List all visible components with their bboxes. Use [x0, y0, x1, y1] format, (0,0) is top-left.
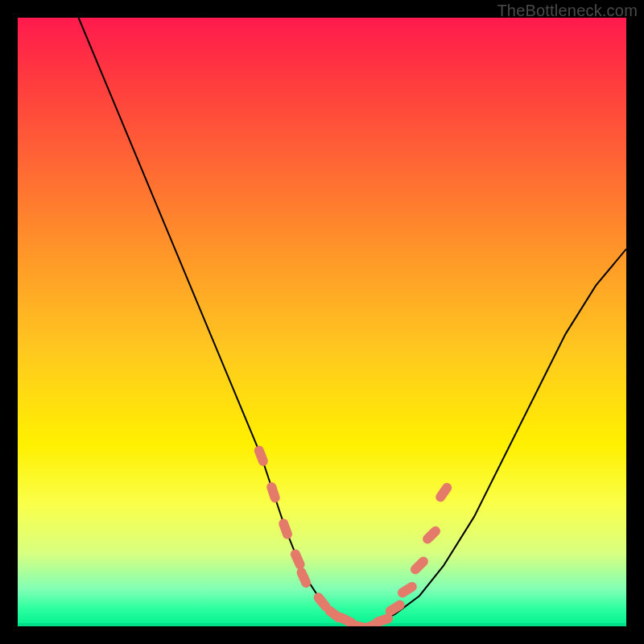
marker-dot — [319, 597, 326, 606]
chart-frame: TheBottleneck.com — [0, 0, 644, 644]
marker-dot — [283, 524, 287, 535]
marker-dot — [378, 618, 388, 622]
marker-dot — [427, 531, 436, 539]
marker-dot — [415, 562, 423, 570]
marker-dots-group — [259, 451, 447, 626]
plot-area — [18, 18, 626, 626]
marker-dot — [390, 605, 400, 611]
marker-dot — [295, 554, 300, 564]
marker-dot — [271, 487, 275, 497]
marker-dot — [440, 488, 447, 497]
marker-dot — [302, 572, 307, 583]
curve-layer — [18, 18, 626, 626]
marker-dot — [402, 587, 412, 592]
marker-dot — [259, 451, 263, 461]
bottleneck-curve — [79, 18, 626, 626]
watermark-text: TheBottleneck.com — [497, 2, 638, 20]
